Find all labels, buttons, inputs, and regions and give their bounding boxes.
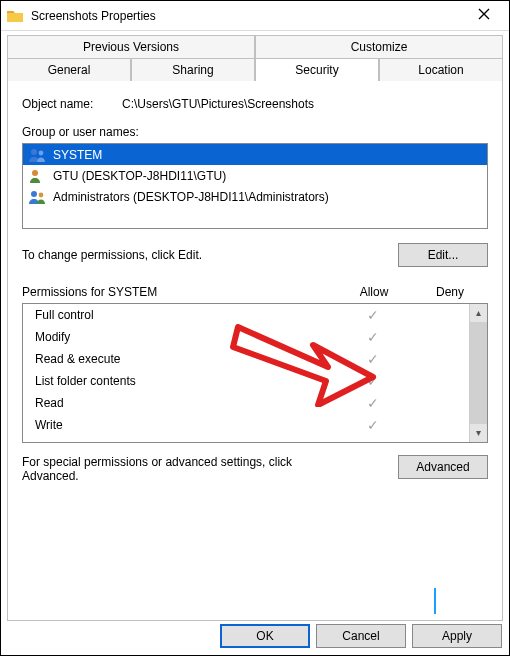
ok-button[interactable]: OK: [220, 624, 310, 648]
permission-name: Write: [35, 418, 341, 432]
permissions-header: Permissions for SYSTEM: [22, 285, 336, 299]
group-names-label: Group or user names:: [22, 125, 488, 139]
group-icon: [29, 148, 47, 162]
check-icon: ✓: [341, 373, 405, 389]
cancel-button[interactable]: Cancel: [316, 624, 406, 648]
permission-row[interactable]: Read & execute✓: [23, 348, 469, 370]
permissions-scrollbar[interactable]: ▴ ▾: [469, 304, 487, 442]
group-icon: [29, 190, 47, 204]
window-title: Screenshots Properties: [31, 9, 156, 23]
scroll-track[interactable]: [470, 322, 487, 424]
permission-name: Full control: [35, 308, 341, 322]
tab-sharing[interactable]: Sharing: [131, 58, 255, 81]
permission-row[interactable]: Modify✓: [23, 326, 469, 348]
list-item-gtu[interactable]: GTU (DESKTOP-J8HDI11\GTU): [23, 165, 487, 186]
permission-name: Read & execute: [35, 352, 341, 366]
svg-point-3: [31, 191, 37, 197]
titlebar: Screenshots Properties: [1, 1, 509, 31]
permission-row[interactable]: List folder contents✓: [23, 370, 469, 392]
dialog-buttons: OK Cancel Apply: [220, 624, 502, 648]
scroll-down-icon[interactable]: ▾: [470, 424, 487, 442]
permission-row[interactable]: Write✓: [23, 414, 469, 436]
edit-button[interactable]: Edit...: [398, 243, 488, 267]
list-item-administrators[interactable]: Administrators (DESKTOP-J8HDI11\Administ…: [23, 186, 487, 207]
permission-name: List folder contents: [35, 374, 341, 388]
edit-hint: To change permissions, click Edit.: [22, 248, 202, 262]
check-icon: ✓: [341, 307, 405, 323]
permission-name: Modify: [35, 330, 341, 344]
user-icon: [29, 169, 47, 183]
object-name-value: C:\Users\GTU\Pictures\Screenshots: [122, 97, 488, 111]
scroll-up-icon[interactable]: ▴: [470, 304, 487, 322]
permission-name: Read: [35, 396, 341, 410]
svg-point-2: [32, 170, 38, 176]
tab-security[interactable]: Security: [255, 58, 379, 81]
tab-previous-versions[interactable]: Previous Versions: [7, 35, 255, 58]
perm-col-deny: Deny: [412, 285, 488, 299]
advanced-hint: For special permissions or advanced sett…: [22, 455, 322, 483]
list-item-system[interactable]: SYSTEM: [23, 144, 487, 165]
group-user-list[interactable]: SYSTEM GTU (DESKTOP-J8HDI11\GTU) Adminis…: [22, 143, 488, 229]
permission-row[interactable]: Read✓: [23, 392, 469, 414]
tabs: Previous Versions Customize General Shar…: [1, 31, 509, 81]
tab-general[interactable]: General: [7, 58, 131, 81]
permissions-list: Full control✓Modify✓Read & execute✓List …: [22, 303, 488, 443]
folder-icon: [7, 9, 23, 23]
text-cursor-caret: [434, 588, 436, 614]
tab-content-security: Object name: C:\Users\GTU\Pictures\Scree…: [7, 81, 503, 621]
apply-button[interactable]: Apply: [412, 624, 502, 648]
check-icon: ✓: [341, 395, 405, 411]
list-item-label: GTU (DESKTOP-J8HDI11\GTU): [53, 169, 226, 183]
check-icon: ✓: [341, 329, 405, 345]
advanced-button[interactable]: Advanced: [398, 455, 488, 479]
check-icon: ✓: [341, 417, 405, 433]
object-name-label: Object name:: [22, 97, 122, 111]
svg-point-1: [39, 150, 44, 155]
close-button[interactable]: [465, 3, 503, 27]
tab-customize[interactable]: Customize: [255, 35, 503, 58]
list-item-label: Administrators (DESKTOP-J8HDI11\Administ…: [53, 190, 329, 204]
perm-col-allow: Allow: [336, 285, 412, 299]
tab-location[interactable]: Location: [379, 58, 503, 81]
svg-point-0: [31, 149, 37, 155]
svg-point-4: [39, 192, 44, 197]
check-icon: ✓: [341, 351, 405, 367]
permission-row[interactable]: Full control✓: [23, 304, 469, 326]
list-item-label: SYSTEM: [53, 148, 102, 162]
